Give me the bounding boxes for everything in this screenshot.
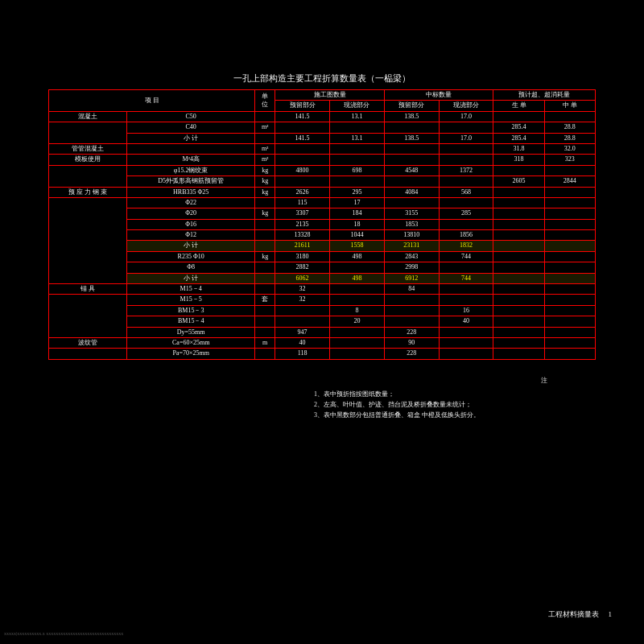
d2-cell: [330, 262, 385, 273]
table-row: Φ2211517: [49, 197, 596, 208]
table-row: Dy=55mm947228: [49, 327, 596, 337]
a1-cell: [384, 295, 439, 305]
subcategory-cell: M15－4: [127, 284, 255, 295]
d2-cell: 498: [330, 273, 385, 283]
hd-d1: 预留部分: [275, 101, 330, 111]
d1-cell: 40: [275, 337, 330, 348]
hd-e2: 中 单: [544, 101, 595, 111]
subcategory-cell: Pa=70×25mm: [127, 349, 255, 359]
subcategory-cell: D5外弧形高钢筋预留管: [127, 176, 255, 187]
a1-cell: 13810: [384, 230, 439, 241]
d2-cell: [330, 327, 385, 337]
e1-cell: [493, 273, 544, 283]
e2-cell: 323: [544, 155, 595, 165]
e2-cell: [544, 273, 595, 283]
table-row: 小 计141.513.1138.517.0285.428.8: [49, 133, 596, 143]
a2-cell: [439, 349, 493, 359]
subcategory-cell: Φ16: [127, 219, 255, 229]
d2-cell: [330, 295, 385, 305]
unit-cell: [255, 273, 275, 283]
e1-cell: [493, 327, 544, 337]
category-cell: 管管混凝土: [49, 143, 127, 154]
a1-cell: 138.5: [384, 111, 439, 122]
header-row-1: 项 目 单位 施工图数量 中标数量 预计超、超消耗量: [49, 90, 596, 101]
e1-cell: 318: [493, 155, 544, 165]
d2-cell: [330, 284, 385, 295]
table-row: 预 应 力 钢 束HRB335 Φ25kg26262954084568: [49, 187, 596, 197]
e1-cell: 2605: [493, 176, 544, 187]
e1-cell: [493, 284, 544, 295]
table-row: Φ12133281044138101856: [49, 230, 596, 241]
header-diff: 预计超、超消耗量: [493, 90, 596, 101]
e2-cell: [544, 262, 595, 273]
a1-cell: 228: [384, 349, 439, 359]
unit-cell: kg: [255, 187, 275, 197]
table-row: D5外弧形高钢筋预留管kg26052844: [49, 176, 596, 187]
e1-cell: 285.4: [493, 133, 544, 143]
d1-cell: 3180: [275, 251, 330, 262]
a2-cell: 568: [439, 187, 493, 197]
d2-cell: 498: [330, 251, 385, 262]
d2-cell: 20: [330, 316, 385, 327]
e1-cell: [493, 111, 544, 122]
note-1: 1、表中预折指按图纸数量；: [306, 390, 596, 398]
d1-cell: 115: [275, 197, 330, 208]
a2-cell: [439, 337, 493, 348]
category-cell: 波纹管: [49, 337, 127, 348]
unit-cell: [255, 262, 275, 273]
header-item: 项 目: [49, 90, 255, 112]
unit-cell: [255, 316, 275, 327]
a2-cell: 744: [439, 251, 493, 262]
a2-cell: 744: [439, 273, 493, 283]
footer-page: 1: [609, 610, 613, 618]
e1-cell: 31.8: [493, 143, 544, 154]
a2-cell: 17.0: [439, 133, 493, 143]
table-row: 小 计216111558231311832: [49, 241, 596, 251]
a1-cell: 1853: [384, 219, 439, 229]
e2-cell: 28.8: [544, 133, 595, 143]
category-cell: [49, 165, 127, 187]
footer-area: 工程材料摘量表 1: [548, 609, 612, 620]
d2-cell: 698: [330, 165, 385, 175]
a1-cell: 90: [384, 337, 439, 348]
a1-cell: 84: [384, 284, 439, 295]
subcategory-cell: Φ22: [127, 197, 255, 208]
d2-cell: 8: [330, 305, 385, 316]
e2-cell: [544, 284, 595, 295]
header-actual: 中标数量: [384, 90, 493, 101]
e1-cell: [493, 337, 544, 348]
a1-cell: 3155: [384, 208, 439, 219]
a2-cell: [439, 262, 493, 273]
a1-cell: 4548: [384, 165, 439, 175]
table-row: 管管混凝土m³31.832.0: [49, 143, 596, 154]
table-row: BM15－42040: [49, 316, 596, 327]
hd-e1: 生 单: [493, 101, 544, 111]
subcategory-cell: BM15－3: [127, 305, 255, 316]
table-title: 一孔上部构造主要工程折算数量表（一榀梁）: [233, 72, 411, 85]
e1-cell: [493, 316, 544, 327]
table-row: M15－5套32: [49, 295, 596, 305]
a2-cell: [439, 143, 493, 154]
d1-cell: 32: [275, 295, 330, 305]
unit-cell: [255, 241, 275, 251]
unit-cell: 套: [255, 295, 275, 305]
d2-cell: 1558: [330, 241, 385, 251]
unit-cell: [255, 349, 275, 359]
e1-cell: [493, 219, 544, 229]
e2-cell: [544, 305, 595, 316]
subcategory-cell: Φ20: [127, 208, 255, 219]
a2-cell: 17.0: [439, 111, 493, 122]
d2-cell: [330, 155, 385, 165]
footer-right: 工程材料摘量表: [548, 610, 599, 618]
a2-cell: [439, 219, 493, 229]
notes-title: 注: [541, 377, 547, 384]
e2-cell: [544, 241, 595, 251]
a2-cell: [439, 284, 493, 295]
unit-cell: kg: [255, 176, 275, 187]
hd-d2: 现浇部分: [330, 101, 385, 111]
unit-cell: m²: [255, 122, 275, 133]
d1-cell: 118: [275, 349, 330, 359]
d1-cell: 21611: [275, 241, 330, 251]
e1-cell: 285.4: [493, 122, 544, 133]
d2-cell: [330, 176, 385, 187]
